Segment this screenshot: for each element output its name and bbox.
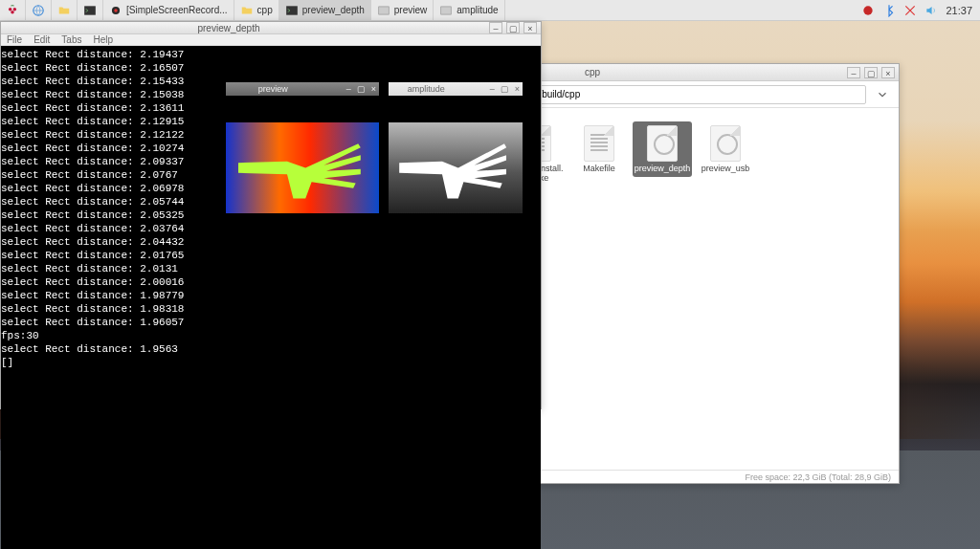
chevron-down-icon: [876, 88, 889, 101]
depth-image: [226, 122, 379, 213]
svg-rect-7: [286, 6, 298, 14]
window-icon: [377, 4, 390, 17]
svg-point-6: [114, 9, 118, 12]
clock[interactable]: 21:37: [946, 5, 972, 16]
maximize-button[interactable]: ▢: [506, 22, 520, 33]
svg-rect-4: [84, 6, 96, 14]
minimize-button[interactable]: –: [847, 67, 860, 78]
volume-icon[interactable]: [924, 4, 938, 17]
taskbar-item-label: preview_depth: [302, 5, 365, 15]
browser-button[interactable]: [26, 0, 52, 20]
taskbar-item-amplitude[interactable]: amplitude: [434, 0, 504, 20]
menu-edit[interactable]: Edit: [33, 34, 50, 45]
status-right: Free space: 22,3 GiB (Total: 28,9 GiB): [745, 472, 891, 482]
svg-point-1: [13, 8, 16, 11]
maximize-button[interactable]: ▢: [864, 67, 878, 78]
close-button[interactable]: ×: [523, 22, 537, 33]
taskbar-item-label: amplitude: [457, 5, 498, 15]
taskbar-item-recorder[interactable]: [SimpleScreenRecord...: [103, 0, 234, 20]
executable-icon: [647, 125, 678, 162]
svg-point-2: [11, 11, 14, 14]
svg-point-0: [9, 8, 11, 11]
file-item[interactable]: preview_depth: [633, 121, 692, 177]
menu-file[interactable]: File: [7, 34, 22, 45]
system-tray: 21:37: [854, 4, 980, 17]
window-titlebar[interactable]: preview_depth – ▢ ×: [1, 22, 541, 34]
path-dropdown-button[interactable]: [872, 84, 893, 105]
taskbar-item-label: preview: [394, 5, 427, 15]
record-indicator-icon[interactable]: [861, 4, 875, 17]
menu-tabs[interactable]: Tabs: [61, 34, 81, 45]
taskbar-item-previewdepth[interactable]: preview_depth: [279, 0, 371, 20]
file-icon: [584, 125, 614, 162]
preview-titlebar[interactable]: preview – ▢ ×: [226, 82, 379, 96]
close-button[interactable]: ×: [512, 82, 523, 96]
terminal-icon: [285, 4, 299, 17]
preview-title: preview: [203, 82, 344, 96]
taskbar-item-preview[interactable]: preview: [371, 0, 434, 20]
close-button[interactable]: ×: [881, 67, 895, 78]
file-name: preview_usb: [702, 164, 750, 173]
hand-shape: [238, 136, 361, 200]
terminal-body[interactable]: select Rect distance: 2.19437 select Rec…: [1, 46, 541, 549]
preview-window: preview – ▢ ×: [226, 55, 379, 240]
taskbar: [SimpleScreenRecord... cpp preview_depth…: [0, 0, 980, 21]
window-title: preview_depth: [0, 23, 489, 33]
executable-icon: [710, 125, 741, 162]
amplitude-window: amplitude – ▢ ×: [389, 55, 523, 240]
folder-icon: [240, 4, 254, 17]
record-icon: [109, 4, 122, 17]
maximize-button[interactable]: ▢: [498, 82, 512, 96]
folder-icon: [57, 4, 71, 17]
amplitude-title: amplitude: [366, 82, 487, 96]
terminal-menubar: File Edit Tabs Help: [1, 34, 541, 46]
minimize-button[interactable]: –: [489, 22, 502, 33]
globe-icon: [32, 4, 45, 17]
file-item[interactable]: Makefile: [569, 121, 629, 177]
network-offline-icon[interactable]: [903, 4, 917, 17]
svg-point-10: [864, 6, 873, 14]
taskbar-item-label: cpp: [257, 5, 273, 15]
svg-rect-9: [441, 6, 452, 13]
svg-rect-8: [379, 6, 390, 13]
window-icon: [439, 4, 453, 17]
bluetooth-icon[interactable]: [882, 4, 896, 17]
file-name: preview_depth: [635, 164, 691, 173]
amplitude-image: [389, 122, 523, 213]
hand-shape: [399, 136, 506, 200]
filemanager-button[interactable]: [52, 0, 78, 20]
amplitude-titlebar[interactable]: amplitude – ▢ ×: [389, 82, 523, 96]
raspberry-icon: [6, 4, 19, 17]
file-name: Makefile: [583, 164, 615, 173]
minimize-button[interactable]: –: [344, 82, 354, 96]
terminal-button[interactable]: [78, 0, 103, 20]
taskbar-item-label: [SimpleScreenRecord...: [126, 5, 228, 15]
file-item[interactable]: preview_usb: [696, 121, 755, 177]
terminal-window: preview_depth – ▢ × File Edit Tabs Help …: [0, 21, 542, 409]
minimize-button[interactable]: –: [487, 82, 498, 96]
menu-help[interactable]: Help: [93, 34, 113, 45]
taskbar-item-cpp[interactable]: cpp: [234, 0, 279, 20]
menu-button[interactable]: [0, 0, 26, 20]
terminal-icon: [83, 4, 97, 17]
